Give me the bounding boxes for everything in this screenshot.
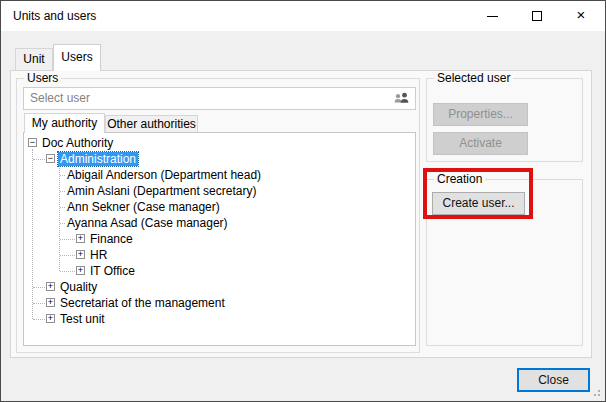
tree-connector — [60, 271, 75, 272]
expand-icon[interactable] — [76, 266, 85, 275]
minimize-icon — [487, 16, 498, 17]
activate-button[interactable]: Activate — [433, 132, 528, 155]
minimize-button[interactable] — [473, 1, 511, 31]
tree-node-label[interactable]: Finance — [88, 232, 135, 246]
expand-icon[interactable] — [46, 282, 55, 291]
tree-node-label[interactable]: Abigail Anderson (Department head) — [65, 168, 263, 182]
tree-node-user[interactable]: Amin Aslani (Department secretary) — [24, 183, 415, 199]
tree-node-label[interactable]: Test unit — [58, 312, 107, 326]
tree-connector — [33, 159, 45, 160]
tree-node-label[interactable]: Doc Authority — [40, 136, 115, 150]
tree-node-label-selected[interactable]: Administration — [58, 152, 138, 166]
tree-node-label[interactable]: Amin Aslani (Department secretary) — [65, 184, 258, 198]
tree-node-user[interactable]: Ann Sekner (Case manager) — [24, 199, 415, 215]
tree-node-user[interactable]: Abigail Anderson (Department head) — [24, 167, 415, 183]
tree-node-label[interactable]: Secretariat of the management — [58, 296, 227, 310]
tree-node-hr[interactable]: HR — [24, 247, 415, 263]
selected-user-groupbox-label: Selected user — [434, 71, 513, 85]
close-button[interactable]: Close — [517, 368, 590, 392]
expand-icon[interactable] — [76, 234, 85, 243]
two-people-icon[interactable] — [393, 92, 410, 108]
tab-other-authorities[interactable]: Other authorities — [105, 115, 198, 133]
collapse-icon[interactable] — [46, 154, 55, 163]
window-title: Units and users — [13, 1, 96, 31]
create-user-button[interactable]: Create user... — [432, 192, 525, 215]
tab-unit[interactable]: Unit — [15, 48, 53, 71]
authority-tree: Doc Authority Administration Abigail And… — [23, 132, 416, 346]
tree-connector — [33, 287, 45, 288]
tree-connector — [60, 239, 75, 240]
tree-node-doc-authority[interactable]: Doc Authority — [24, 135, 415, 151]
expand-icon[interactable] — [76, 250, 85, 259]
tree-node-quality[interactable]: Quality — [24, 279, 415, 295]
tree-node-administration[interactable]: Administration — [24, 151, 415, 167]
collapse-icon[interactable] — [28, 138, 37, 147]
select-user-placeholder: Select user — [30, 88, 90, 109]
resize-grip[interactable] — [590, 386, 600, 396]
tree-node-label[interactable]: Ayanna Asad (Case manager) — [65, 216, 230, 230]
tree-node-secretariat[interactable]: Secretariat of the management — [24, 295, 415, 311]
tree-node-label[interactable]: Ann Sekner (Case manager) — [65, 200, 222, 214]
tree-connector — [33, 303, 45, 304]
close-icon: × — [562, 1, 600, 31]
creation-groupbox-label: Creation — [434, 172, 485, 186]
tree-node-test-unit[interactable]: Test unit — [24, 311, 415, 327]
tab-users[interactable]: Users — [53, 44, 101, 71]
title-bar: Units and users × — [1, 1, 605, 31]
tree-node-label[interactable]: HR — [88, 248, 109, 262]
tree-connector — [60, 255, 75, 256]
window-close-button[interactable]: × — [562, 1, 600, 31]
tree-node-label[interactable]: Quality — [58, 280, 99, 294]
expand-icon[interactable] — [46, 314, 55, 323]
expand-icon[interactable] — [46, 298, 55, 307]
maximize-button[interactable] — [518, 1, 556, 31]
tree-node-finance[interactable]: Finance — [24, 231, 415, 247]
tab-my-authority[interactable]: My authority — [24, 113, 105, 133]
units-and-users-dialog: Units and users × Unit Users Users Selec… — [0, 0, 606, 402]
properties-button[interactable]: Properties... — [433, 103, 528, 126]
select-user-input[interactable]: Select user — [23, 87, 416, 110]
maximize-icon — [532, 11, 542, 21]
tree-connector — [33, 319, 45, 320]
tree-node-label[interactable]: IT Office — [88, 264, 137, 278]
tree-node-it-office[interactable]: IT Office — [24, 263, 415, 279]
users-groupbox-label: Users — [24, 71, 61, 85]
tree-node-user[interactable]: Ayanna Asad (Case manager) — [24, 215, 415, 231]
